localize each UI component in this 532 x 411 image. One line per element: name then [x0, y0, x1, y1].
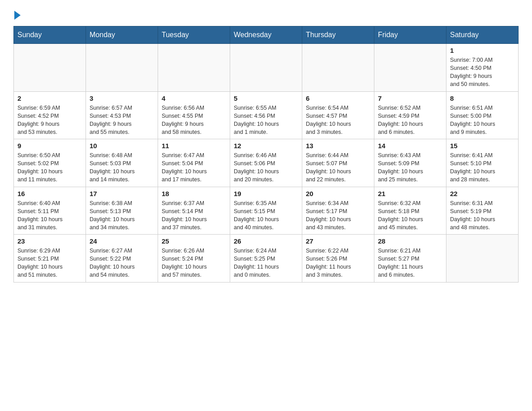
calendar-cell: 24Sunrise: 6:27 AMSunset: 5:22 PMDayligh…	[86, 235, 158, 283]
weekday-header-row: SundayMondayTuesdayWednesdayThursdayFrid…	[14, 26, 519, 44]
calendar-cell: 21Sunrise: 6:32 AMSunset: 5:18 PMDayligh…	[374, 187, 446, 235]
day-number: 22	[450, 190, 515, 197]
day-number: 18	[162, 190, 226, 197]
day-info: Sunrise: 6:56 AMSunset: 4:55 PMDaylight:…	[162, 104, 226, 137]
day-number: 21	[378, 190, 442, 197]
calendar-week-1: 1Sunrise: 7:00 AMSunset: 4:50 PMDaylight…	[14, 44, 519, 92]
calendar-cell: 22Sunrise: 6:31 AMSunset: 5:19 PMDayligh…	[446, 187, 519, 235]
day-number: 26	[234, 237, 298, 245]
day-info: Sunrise: 6:37 AMSunset: 5:14 PMDaylight:…	[162, 199, 226, 232]
day-number: 10	[90, 142, 154, 150]
day-info: Sunrise: 6:21 AMSunset: 5:27 PMDaylight:…	[378, 247, 442, 279]
day-number: 28	[378, 237, 442, 245]
day-number: 8	[450, 94, 515, 102]
day-number: 15	[450, 142, 515, 150]
calendar-cell	[14, 44, 86, 92]
calendar-cell: 14Sunrise: 6:43 AMSunset: 5:09 PMDayligh…	[374, 139, 446, 187]
calendar-cell	[446, 235, 519, 283]
calendar-cell: 4Sunrise: 6:56 AMSunset: 4:55 PMDaylight…	[158, 91, 230, 139]
day-info: Sunrise: 6:46 AMSunset: 5:06 PMDaylight:…	[234, 151, 298, 184]
calendar-cell: 26Sunrise: 6:24 AMSunset: 5:25 PMDayligh…	[230, 235, 302, 283]
day-number: 16	[17, 190, 82, 197]
calendar-cell: 11Sunrise: 6:47 AMSunset: 5:04 PMDayligh…	[158, 139, 230, 187]
day-number: 27	[306, 237, 370, 245]
day-info: Sunrise: 7:00 AMSunset: 4:50 PMDaylight:…	[450, 56, 515, 89]
day-info: Sunrise: 6:31 AMSunset: 5:19 PMDaylight:…	[450, 199, 515, 232]
day-number: 11	[162, 142, 226, 150]
day-info: Sunrise: 6:59 AMSunset: 4:52 PMDaylight:…	[17, 104, 82, 137]
weekday-header-friday: Friday	[374, 26, 446, 44]
calendar-cell: 23Sunrise: 6:29 AMSunset: 5:21 PMDayligh…	[14, 235, 86, 283]
calendar-cell: 12Sunrise: 6:46 AMSunset: 5:06 PMDayligh…	[230, 139, 302, 187]
calendar-cell: 7Sunrise: 6:52 AMSunset: 4:59 PMDaylight…	[374, 91, 446, 139]
day-number: 6	[306, 94, 370, 102]
day-number: 1	[450, 47, 515, 54]
logo-top	[13, 11, 21, 19]
day-number: 25	[162, 237, 226, 245]
calendar-cell	[158, 44, 230, 92]
day-number: 5	[234, 94, 298, 102]
day-number: 2	[17, 94, 82, 102]
calendar-cell: 15Sunrise: 6:41 AMSunset: 5:10 PMDayligh…	[446, 139, 519, 187]
calendar-cell: 28Sunrise: 6:21 AMSunset: 5:27 PMDayligh…	[374, 235, 446, 283]
calendar-cell: 6Sunrise: 6:54 AMSunset: 4:57 PMDaylight…	[302, 91, 374, 139]
calendar-cell	[302, 44, 374, 92]
day-info: Sunrise: 6:40 AMSunset: 5:11 PMDaylight:…	[17, 199, 82, 232]
calendar-week-3: 9Sunrise: 6:50 AMSunset: 5:02 PMDaylight…	[14, 139, 519, 187]
day-info: Sunrise: 6:29 AMSunset: 5:21 PMDaylight:…	[17, 247, 82, 279]
day-info: Sunrise: 6:47 AMSunset: 5:04 PMDaylight:…	[162, 151, 226, 184]
day-number: 4	[162, 94, 226, 102]
day-info: Sunrise: 6:22 AMSunset: 5:26 PMDaylight:…	[306, 247, 370, 279]
calendar-cell: 25Sunrise: 6:26 AMSunset: 5:24 PMDayligh…	[158, 235, 230, 283]
calendar-cell: 13Sunrise: 6:44 AMSunset: 5:07 PMDayligh…	[302, 139, 374, 187]
day-info: Sunrise: 6:50 AMSunset: 5:02 PMDaylight:…	[17, 151, 82, 184]
calendar-cell: 8Sunrise: 6:51 AMSunset: 5:00 PMDaylight…	[446, 91, 519, 139]
weekday-header-tuesday: Tuesday	[158, 26, 230, 44]
day-info: Sunrise: 6:26 AMSunset: 5:24 PMDaylight:…	[162, 247, 226, 279]
day-info: Sunrise: 6:35 AMSunset: 5:15 PMDaylight:…	[234, 199, 298, 232]
day-number: 24	[90, 237, 154, 245]
day-number: 13	[306, 142, 370, 150]
calendar-cell	[86, 44, 158, 92]
calendar-cell: 16Sunrise: 6:40 AMSunset: 5:11 PMDayligh…	[14, 187, 86, 235]
calendar-cell: 20Sunrise: 6:34 AMSunset: 5:17 PMDayligh…	[302, 187, 374, 235]
day-info: Sunrise: 6:52 AMSunset: 4:59 PMDaylight:…	[378, 104, 442, 137]
calendar-week-2: 2Sunrise: 6:59 AMSunset: 4:52 PMDaylight…	[14, 91, 519, 139]
calendar-cell: 10Sunrise: 6:48 AMSunset: 5:03 PMDayligh…	[86, 139, 158, 187]
calendar-table: SundayMondayTuesdayWednesdayThursdayFrid…	[13, 26, 519, 283]
day-number: 3	[90, 94, 154, 102]
weekday-header-monday: Monday	[86, 26, 158, 44]
day-info: Sunrise: 6:48 AMSunset: 5:03 PMDaylight:…	[90, 151, 154, 184]
weekday-header-saturday: Saturday	[446, 26, 519, 44]
day-number: 23	[17, 237, 82, 245]
calendar-cell	[230, 44, 302, 92]
weekday-header-sunday: Sunday	[14, 26, 86, 44]
day-info: Sunrise: 6:34 AMSunset: 5:17 PMDaylight:…	[306, 199, 370, 232]
day-number: 19	[234, 190, 298, 197]
day-info: Sunrise: 6:32 AMSunset: 5:18 PMDaylight:…	[378, 199, 442, 232]
logo-arrow-icon	[14, 11, 21, 20]
calendar-cell: 3Sunrise: 6:57 AMSunset: 4:53 PMDaylight…	[86, 91, 158, 139]
calendar-cell: 19Sunrise: 6:35 AMSunset: 5:15 PMDayligh…	[230, 187, 302, 235]
day-number: 12	[234, 142, 298, 150]
weekday-header-wednesday: Wednesday	[230, 26, 302, 44]
day-info: Sunrise: 6:24 AMSunset: 5:25 PMDaylight:…	[234, 247, 298, 279]
day-info: Sunrise: 6:44 AMSunset: 5:07 PMDaylight:…	[306, 151, 370, 184]
calendar-week-4: 16Sunrise: 6:40 AMSunset: 5:11 PMDayligh…	[14, 187, 519, 235]
calendar-cell: 5Sunrise: 6:55 AMSunset: 4:56 PMDaylight…	[230, 91, 302, 139]
calendar-cell: 2Sunrise: 6:59 AMSunset: 4:52 PMDaylight…	[14, 91, 86, 139]
weekday-header-thursday: Thursday	[302, 26, 374, 44]
day-info: Sunrise: 6:55 AMSunset: 4:56 PMDaylight:…	[234, 104, 298, 137]
calendar-cell: 18Sunrise: 6:37 AMSunset: 5:14 PMDayligh…	[158, 187, 230, 235]
day-info: Sunrise: 6:54 AMSunset: 4:57 PMDaylight:…	[306, 104, 370, 137]
day-number: 9	[17, 142, 82, 150]
calendar-cell: 17Sunrise: 6:38 AMSunset: 5:13 PMDayligh…	[86, 187, 158, 235]
calendar-cell: 27Sunrise: 6:22 AMSunset: 5:26 PMDayligh…	[302, 235, 374, 283]
day-info: Sunrise: 6:38 AMSunset: 5:13 PMDaylight:…	[90, 199, 154, 232]
day-info: Sunrise: 6:27 AMSunset: 5:22 PMDaylight:…	[90, 247, 154, 279]
day-number: 17	[90, 190, 154, 197]
day-info: Sunrise: 6:57 AMSunset: 4:53 PMDaylight:…	[90, 104, 154, 137]
day-number: 20	[306, 190, 370, 197]
page-header	[13, 11, 519, 17]
calendar-cell	[374, 44, 446, 92]
